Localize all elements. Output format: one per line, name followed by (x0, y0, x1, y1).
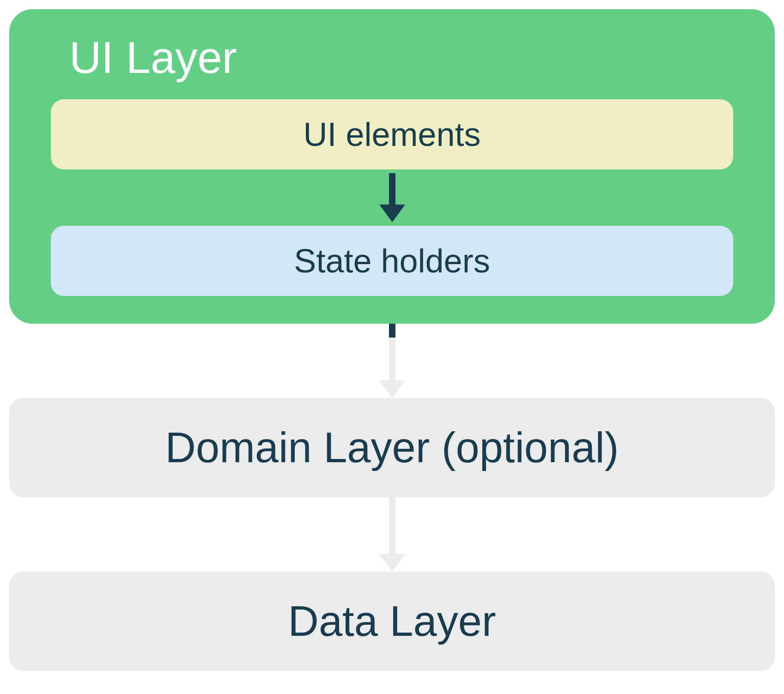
ui-layer-container: UI Layer UI elements State holders (9, 9, 775, 324)
ui-elements-box: UI elements (51, 99, 733, 169)
arrow-down-icon (379, 173, 405, 222)
state-holders-box: State holders (51, 226, 733, 296)
data-layer-box: Data Layer (9, 572, 775, 671)
arrow-down-icon (379, 324, 405, 398)
arrow-down-icon (379, 497, 405, 572)
architecture-diagram: UI Layer UI elements State holders Domai… (9, 9, 775, 671)
ui-layer-title: UI Layer (69, 32, 237, 83)
domain-layer-box: Domain Layer (optional) (9, 398, 775, 497)
